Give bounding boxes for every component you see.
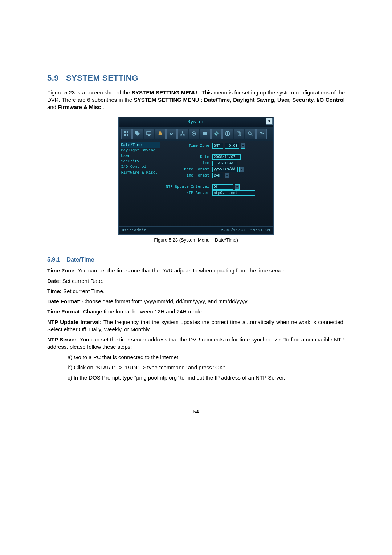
settings-icon[interactable] [211, 129, 222, 139]
def-text: Set current Date. [61, 278, 104, 284]
sidebar: Date/Time Daylight Saving User Security … [119, 141, 162, 226]
page-footer: 54 [47, 407, 345, 415]
def-dateformat: Date Format: Choose date format from yyy… [47, 298, 345, 305]
def-date: Date: Set current Date. [47, 278, 345, 285]
sidebar-item-io[interactable]: I/O Control [121, 164, 160, 170]
dateformat-field[interactable]: yyyy/mm/dd [212, 167, 238, 172]
timezone-gmt-field[interactable]: GMT [212, 143, 223, 149]
timeformat-field[interactable]: 24H [212, 173, 223, 178]
system-menu-window: System x Date/Time [118, 117, 274, 235]
svg-rect-0 [124, 131, 126, 133]
time-label: Time [164, 161, 211, 166]
def-label: Time: [47, 288, 62, 294]
svg-rect-15 [227, 132, 228, 133]
def-ntpserver: NTP Server: You can set the time server … [47, 336, 345, 351]
timezone-label: Time Zone [164, 143, 211, 148]
def-label: NTP Update Interval: [47, 319, 102, 325]
ntp-steps: a) Go to a PC that is connected to the i… [68, 354, 345, 382]
def-timeformat: Time Format: Change time format between … [47, 308, 345, 315]
intro-text: Figure 5.23 is a screen shot of the [47, 89, 132, 96]
ntp-interval-label: NTP Update Interval [164, 184, 211, 189]
network-icon[interactable] [177, 129, 188, 139]
def-text: You can set the time server address that… [47, 336, 345, 350]
intro-bold: Firmware & Misc [58, 104, 101, 110]
def-text: Change time format between 12H and 24H m… [82, 308, 203, 315]
def-ntpinterval: NTP Update Interval: The frequency that … [47, 319, 345, 333]
step-b: b) Click on “START” -> “RUN” -> type “co… [68, 364, 345, 371]
screen-icon[interactable] [200, 129, 211, 139]
section-number: 5.9 [47, 73, 59, 82]
svg-point-12 [215, 133, 217, 135]
svg-rect-1 [127, 131, 128, 133]
ntp-server-label: NTP Server [164, 190, 211, 195]
tag-icon[interactable] [132, 129, 143, 139]
def-label: Time Format: [47, 308, 82, 315]
svg-rect-4 [147, 132, 151, 135]
def-label: Date: [47, 278, 61, 284]
close-button[interactable]: x [266, 118, 273, 125]
figure-caption: Figure 5.23 (System Menu – Date/Time) [47, 237, 345, 243]
svg-rect-3 [127, 134, 128, 136]
dateformat-dropdown[interactable] [239, 167, 244, 172]
svg-point-18 [248, 132, 251, 135]
intro-bold: SYSTEM SETTING MENU [134, 97, 199, 103]
subsection-number: 5.9.1 [47, 256, 60, 263]
grid-icon[interactable] [121, 129, 132, 139]
svg-rect-5 [148, 135, 150, 136]
figure-container: System x Date/Time [47, 117, 345, 243]
section-heading: 5.9 SYSTEM SETTING [47, 73, 345, 84]
exit-icon[interactable] [256, 129, 267, 139]
date-field[interactable]: 2008/11/07 [212, 154, 241, 160]
intro-bold: Date/Time, Daylight Saving, User, Securi… [204, 97, 345, 103]
camera-icon[interactable] [189, 129, 199, 139]
step-a: a) Go to a PC that is connected to the i… [68, 354, 345, 361]
svg-line-19 [251, 134, 252, 136]
ntp-interval-dropdown[interactable] [235, 184, 240, 190]
sidebar-item-daylight[interactable]: Daylight Saving [121, 148, 160, 153]
date-label: Date [164, 154, 211, 159]
def-text: Set current Time. [62, 288, 105, 294]
link-icon[interactable] [166, 129, 177, 139]
def-label: Date Format: [47, 298, 81, 304]
status-bar: user:admin 2008/11/07 13:31:33 [119, 226, 273, 234]
status-user-name: admin [134, 228, 147, 232]
sidebar-item-datetime[interactable]: Date/Time [121, 142, 160, 148]
def-text: Choose date format from yyyy/mm/dd, dd/m… [81, 298, 249, 304]
copy-icon[interactable] [234, 129, 244, 139]
intro-text: . [103, 104, 104, 110]
svg-rect-11 [203, 132, 207, 135]
time-field[interactable]: 13:31:33 [212, 161, 237, 166]
ntp-interval-field[interactable]: Off [212, 184, 233, 190]
window-titlebar: System x [119, 117, 273, 127]
status-user-label: user: [122, 228, 134, 232]
status-date: 2008/11/07 [221, 228, 245, 232]
window-title: System [188, 119, 205, 125]
def-label: NTP Server: [47, 336, 78, 343]
status-time: 13:31:33 [250, 228, 270, 232]
timeformat-dropdown[interactable] [225, 173, 229, 178]
bell-icon[interactable] [155, 129, 166, 139]
ntp-server-field[interactable]: ntp0.nl.net [212, 190, 255, 196]
svg-point-6 [182, 131, 183, 133]
intro-bold: SYSTEM SETTING MENU [132, 89, 197, 96]
def-label: Time Zone: [47, 267, 76, 274]
main-panel: Time Zone GMT 0:00 Date 2008/11/07 Time … [162, 141, 273, 226]
intro-text: : [201, 97, 204, 103]
svg-rect-14 [227, 133, 228, 135]
info-icon[interactable] [222, 129, 233, 139]
def-timezone: Time Zone: You can set the time zone tha… [47, 267, 345, 274]
dateformat-label: Date Format [164, 167, 211, 172]
section-title-text: SYSTEM SETTING [66, 73, 138, 82]
timezone-offset-field[interactable]: 0:00 [225, 143, 239, 149]
sidebar-item-user[interactable]: User [121, 153, 160, 159]
search-icon[interactable] [245, 129, 256, 139]
sidebar-item-firmware[interactable]: Firmware & Misc. [121, 170, 160, 175]
status-datetime: 2008/11/07 13:31:33 [221, 228, 270, 233]
page-number: 54 [193, 409, 199, 414]
status-user: user:admin [122, 228, 147, 233]
monitor-icon[interactable] [144, 129, 154, 139]
timezone-dropdown[interactable] [241, 143, 245, 149]
sidebar-item-security[interactable]: Security [121, 159, 160, 164]
svg-point-10 [193, 133, 195, 134]
svg-rect-2 [124, 134, 126, 136]
